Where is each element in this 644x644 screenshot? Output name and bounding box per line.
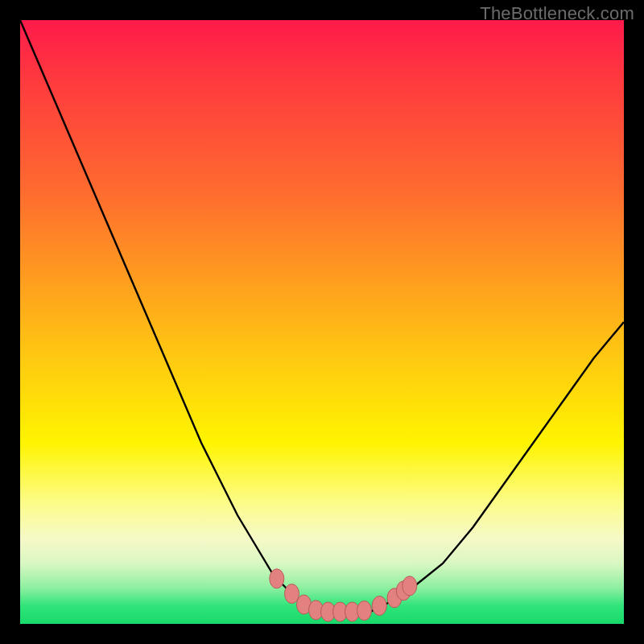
plot-area — [20, 20, 624, 624]
curve-marker — [357, 601, 372, 621]
curve-layer — [20, 20, 624, 624]
curve-marker — [270, 569, 284, 588]
bottleneck-curve — [20, 20, 624, 612]
marker-group — [270, 569, 417, 621]
curve-marker — [402, 576, 417, 596]
curve-marker — [372, 597, 386, 616]
watermark-text: TheBottleneck.com — [480, 3, 634, 24]
chart-frame: TheBottleneck.com — [0, 0, 644, 644]
